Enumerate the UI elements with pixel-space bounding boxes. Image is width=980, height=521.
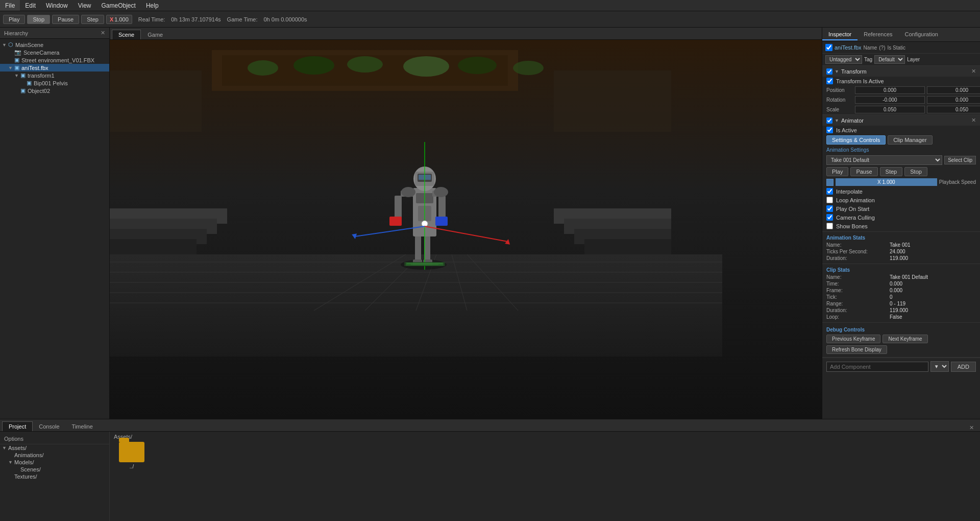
position-y-input[interactable] bbox=[927, 86, 980, 94]
center-panel: Scene Game bbox=[110, 28, 822, 419]
show-bones-checkbox[interactable] bbox=[826, 223, 833, 229]
prev-keyframe-button[interactable]: Previous Keyframe bbox=[826, 335, 880, 343]
animator-close[interactable]: ✕ bbox=[971, 117, 976, 124]
tab-game[interactable]: Game bbox=[141, 30, 169, 39]
pause-button[interactable]: Pause bbox=[52, 15, 79, 24]
bottom-panel-close[interactable]: ✕ bbox=[969, 424, 978, 431]
clip-loop-row: Loop: False bbox=[822, 314, 980, 320]
folder-item-up[interactable]: ../ bbox=[114, 442, 150, 469]
inspector-tabs: Inspector References Configuration bbox=[822, 28, 980, 42]
rotation-y-input[interactable] bbox=[927, 96, 980, 104]
anim-play-button[interactable]: Play bbox=[826, 167, 848, 176]
tree-label-bip001: Bip001 Pelvis bbox=[34, 80, 68, 86]
menu-gameobject[interactable]: GameObject bbox=[96, 0, 141, 11]
animator-title: Animator bbox=[841, 117, 864, 124]
asset-tree-animations[interactable]: ▶ Animations/ bbox=[0, 452, 109, 459]
options-label: Options bbox=[0, 434, 109, 444]
clip-duration-val: 119.000 bbox=[890, 307, 908, 313]
tree-item-object02[interactable]: ▶ ▣ Object02 bbox=[0, 87, 109, 94]
mesh-icon: ▣ bbox=[14, 57, 19, 63]
next-keyframe-button[interactable]: Next Keyframe bbox=[883, 335, 927, 343]
interpolate-checkbox[interactable] bbox=[826, 188, 833, 195]
menu-help[interactable]: Help bbox=[141, 0, 164, 11]
transform-close[interactable]: ✕ bbox=[971, 68, 976, 75]
animator-section-toggle[interactable] bbox=[826, 117, 832, 124]
asset-tree-textures[interactable]: ▶ Textures/ bbox=[0, 473, 109, 480]
bottom-tabs: Project Console Timeline ✕ bbox=[0, 419, 980, 432]
loop-animation-checkbox[interactable] bbox=[826, 197, 833, 203]
stop-button[interactable]: Stop bbox=[27, 15, 50, 24]
tab-timeline[interactable]: Timeline bbox=[66, 422, 99, 431]
transform-icon: ▣ bbox=[20, 72, 26, 79]
transform-section-header[interactable]: ▼ Transform ✕ bbox=[822, 66, 980, 77]
speed-prefix: X bbox=[110, 16, 113, 22]
viewport[interactable] bbox=[110, 40, 822, 419]
animator-active-checkbox[interactable] bbox=[826, 127, 833, 133]
rotation-x-input[interactable] bbox=[855, 96, 925, 104]
anim-step-button[interactable]: Step bbox=[880, 167, 903, 176]
anim-stop-button[interactable]: Stop bbox=[904, 167, 927, 176]
tab-configuration[interactable]: Configuration bbox=[899, 29, 944, 40]
layer-select[interactable]: Default bbox=[874, 55, 905, 64]
tab-project[interactable]: Project bbox=[2, 421, 33, 431]
loop-animation-row: Loop Animation bbox=[822, 196, 980, 204]
play-on-start-checkbox[interactable] bbox=[826, 205, 833, 212]
svg-point-3 bbox=[248, 60, 278, 76]
scale-y-input[interactable] bbox=[927, 106, 980, 113]
hierarchy-header: Hierarchy ✕ bbox=[0, 28, 109, 39]
asset-tree-scenes[interactable]: ▶ Scenes/ bbox=[0, 466, 109, 473]
asset-tree-models[interactable]: ▼ Models/ bbox=[0, 459, 109, 466]
transform-section-toggle[interactable] bbox=[826, 68, 832, 75]
add-component-input[interactable] bbox=[826, 362, 928, 372]
clip-frame-row: Frame: 0.000 bbox=[822, 287, 980, 294]
clip-name-row: Name: Take 001 Default bbox=[822, 274, 980, 280]
add-component-button[interactable]: ADD bbox=[951, 362, 976, 372]
svg-point-49 bbox=[434, 187, 448, 197]
playback-speed-label: Playback Speed bbox=[939, 179, 976, 185]
tree-item-anitest[interactable]: ▼ ▣ aniTest.fbx bbox=[0, 64, 109, 72]
clip-range-row: Range: 0 - 119 bbox=[822, 300, 980, 307]
add-component-dropdown[interactable]: ▼ bbox=[930, 361, 949, 372]
clip-select[interactable]: Take 001 Default bbox=[826, 155, 942, 165]
tree-item-scenecamera[interactable]: ▶ 📷 SceneCamera bbox=[0, 49, 109, 56]
menu-window[interactable]: Window bbox=[41, 0, 73, 11]
svg-point-51 bbox=[422, 221, 428, 227]
is-static-label: Is Static bbox=[888, 45, 906, 51]
menu-edit[interactable]: Edit bbox=[20, 0, 41, 11]
transform-active-checkbox[interactable] bbox=[826, 78, 833, 84]
tab-inspector[interactable]: Inspector bbox=[822, 29, 857, 40]
tab-references[interactable]: References bbox=[857, 29, 898, 40]
select-clip-button[interactable]: Select Clip bbox=[944, 156, 976, 164]
tree-item-street-env[interactable]: ▶ ▣ Street environment_V01.FBX bbox=[0, 56, 109, 64]
bottom-panel: Project Console Timeline ✕ Options ▼ Ass… bbox=[0, 419, 980, 521]
tag-select[interactable]: Untagged bbox=[825, 55, 862, 64]
position-row: Position P bbox=[822, 85, 980, 95]
clip-manager-tab[interactable]: Clip Manager bbox=[888, 135, 932, 145]
hierarchy-close[interactable]: ✕ bbox=[101, 30, 105, 36]
refresh-bone-button[interactable]: Refresh Bone Display bbox=[826, 345, 887, 354]
position-x-input[interactable] bbox=[855, 86, 925, 94]
tree-item-mainscene[interactable]: ▼ ⬡ MainScene bbox=[0, 41, 109, 49]
clip-stats-label: Clip Stats bbox=[822, 266, 980, 274]
settings-controls-tab[interactable]: Settings & Controls bbox=[826, 135, 886, 145]
scale-x-input[interactable] bbox=[855, 106, 925, 113]
anim-pause-button[interactable]: Pause bbox=[850, 167, 877, 176]
step-button[interactable]: Step bbox=[81, 15, 104, 24]
debug-controls-label: Debug Controls bbox=[822, 326, 980, 334]
tab-scene[interactable]: Scene bbox=[112, 30, 141, 39]
menu-view[interactable]: View bbox=[73, 0, 96, 11]
is-active-checkbox[interactable] bbox=[825, 44, 832, 51]
camera-culling-checkbox[interactable] bbox=[826, 214, 833, 221]
asset-tree-root[interactable]: ▼ Assets/ bbox=[0, 444, 109, 452]
tab-console[interactable]: Console bbox=[33, 422, 65, 431]
animator-section-header[interactable]: ▼ Animator ✕ bbox=[822, 115, 980, 126]
tree-item-transform1[interactable]: ▼ ▣ transform1 bbox=[0, 72, 109, 79]
clip-tick-key: Tick: bbox=[826, 294, 888, 300]
playback-speed-value[interactable]: X 1.000 bbox=[836, 178, 937, 186]
interpolate-row: Interpolate bbox=[822, 187, 980, 196]
clip-time-key: Time: bbox=[826, 281, 888, 287]
tree-item-bip001[interactable]: ▶ ▣ Bip001 Pelvis bbox=[0, 79, 109, 87]
play-button[interactable]: Play bbox=[3, 15, 25, 24]
menu-file[interactable]: File bbox=[0, 0, 20, 11]
svg-point-7 bbox=[458, 57, 497, 74]
